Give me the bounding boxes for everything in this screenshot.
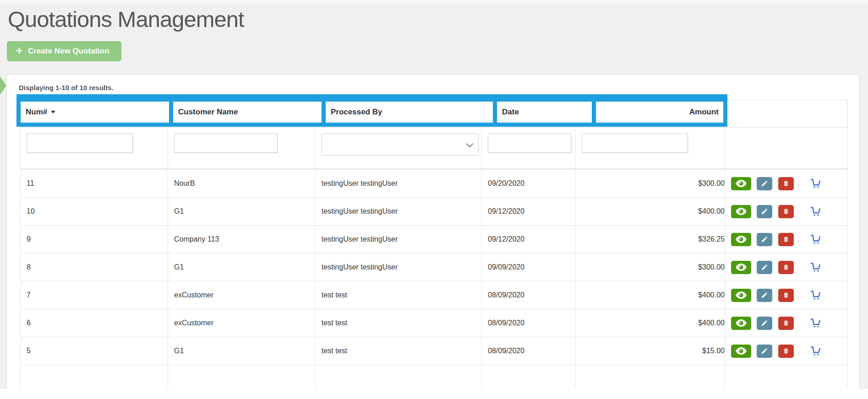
pencil-icon	[761, 347, 768, 355]
eye-icon	[736, 236, 747, 243]
empty-cell	[725, 365, 848, 392]
add-to-cart-button[interactable]	[809, 234, 821, 244]
eye-icon	[736, 208, 747, 215]
pencil-icon	[761, 291, 768, 299]
delete-button[interactable]	[778, 261, 794, 274]
add-to-cart-button[interactable]	[809, 178, 821, 189]
cell-processed-by: testingUser testingUser	[316, 198, 482, 226]
cell-actions	[725, 253, 848, 281]
cell-amount: $400.00	[576, 309, 725, 337]
header-highlight-band: Num# Customer Name Processed By Date Amo…	[16, 94, 727, 127]
add-to-cart-button[interactable]	[809, 318, 821, 328]
view-button[interactable]	[731, 177, 751, 190]
edit-button[interactable]	[757, 261, 772, 274]
pencil-icon	[761, 264, 768, 271]
filter-row	[21, 128, 848, 169]
edit-button[interactable]	[757, 205, 772, 218]
table-row: 10 G1 testingUser testingUser 09/12/2020…	[21, 198, 848, 226]
cart-icon	[809, 206, 821, 216]
cell-num: 9	[21, 226, 168, 253]
cell-actions	[725, 198, 848, 226]
column-header-processed-by[interactable]: Processed By	[326, 102, 493, 123]
quotations-management-screen: Quotations Management + Create New Quota…	[0, 0, 868, 399]
cell-processed-by: test test	[316, 281, 482, 309]
eye-icon	[736, 291, 747, 299]
view-button[interactable]	[731, 261, 751, 274]
view-button[interactable]	[731, 233, 751, 246]
create-new-quotation-button[interactable]: + Create New Quotation	[7, 41, 121, 61]
delete-button[interactable]	[778, 233, 794, 246]
column-header-customer-label: Customer Name	[178, 108, 238, 117]
add-to-cart-button[interactable]	[809, 290, 821, 300]
column-header-date-label: Date	[502, 108, 519, 117]
pencil-icon	[761, 236, 768, 243]
edit-button[interactable]	[757, 177, 772, 190]
table-row: 6 exCustomer test test 08/09/2020 $400.0…	[21, 309, 848, 337]
cell-amount: $400.00	[576, 198, 725, 226]
results-summary: Displaying 1-10 of 10 results.	[19, 84, 114, 92]
plus-icon: +	[16, 45, 22, 56]
trash-icon	[783, 291, 789, 299]
cell-date: 08/09/2020	[482, 337, 576, 365]
cell-processed-by: testingUser testingUser	[316, 169, 482, 198]
filter-processed-by-select[interactable]	[322, 134, 479, 156]
filter-date-input[interactable]	[488, 134, 571, 153]
cell-num: 7	[21, 281, 168, 309]
cell-date: 09/12/2020	[482, 198, 576, 226]
cell-num: 10	[21, 198, 168, 226]
filter-cell-processed-by	[316, 128, 482, 169]
column-header-num[interactable]: Num#	[21, 102, 169, 123]
cart-icon	[809, 318, 821, 328]
cell-customer-name: exCustomer	[168, 309, 316, 337]
filter-customer-name-input[interactable]	[174, 134, 278, 153]
empty-cell	[21, 365, 168, 392]
trash-icon	[783, 180, 789, 187]
add-to-cart-button[interactable]	[809, 346, 821, 356]
cell-customer-name: exCustomer	[168, 281, 316, 309]
cell-customer-name: NourB	[168, 169, 316, 198]
edit-button[interactable]	[757, 289, 772, 302]
sort-desc-icon	[51, 111, 55, 113]
cell-actions	[725, 281, 848, 309]
cell-date: 08/09/2020	[482, 281, 576, 309]
delete-button[interactable]	[778, 345, 794, 358]
filter-cell-actions	[725, 128, 848, 169]
delete-button[interactable]	[778, 289, 794, 302]
column-header-customer-name[interactable]: Customer Name	[173, 102, 322, 123]
eye-icon	[736, 264, 747, 271]
cell-amount: $300.00	[576, 169, 725, 198]
cell-processed-by: testingUser testingUser	[316, 226, 482, 253]
view-button[interactable]	[731, 317, 751, 330]
trash-icon	[783, 347, 789, 355]
eye-icon	[736, 180, 747, 187]
column-header-processed-label: Processed By	[331, 108, 382, 117]
column-header-amount[interactable]: Amount	[596, 102, 723, 123]
view-button[interactable]	[731, 289, 751, 302]
edit-button[interactable]	[757, 233, 772, 246]
filter-num-input[interactable]	[27, 134, 133, 153]
delete-button[interactable]	[778, 177, 794, 190]
delete-button[interactable]	[778, 205, 794, 218]
create-button-label: Create New Quotation	[28, 47, 109, 56]
cell-customer-name: G1	[168, 253, 316, 281]
eye-icon	[736, 319, 747, 327]
cell-amount: $15.00	[576, 337, 725, 365]
edit-button[interactable]	[757, 345, 772, 358]
view-button[interactable]	[731, 345, 751, 358]
edit-button[interactable]	[757, 317, 772, 330]
pencil-icon	[761, 180, 768, 187]
add-to-cart-button[interactable]	[809, 262, 821, 272]
cell-date: 08/09/2020	[482, 309, 576, 337]
delete-button[interactable]	[778, 317, 794, 330]
cell-processed-by: testingUser testingUser	[316, 253, 482, 281]
cell-num: 11	[21, 169, 168, 198]
cell-processed-by: test test	[316, 309, 482, 337]
trash-icon	[783, 236, 789, 243]
column-header-date[interactable]: Date	[497, 102, 592, 123]
cell-date: 09/20/2020	[482, 169, 576, 198]
add-to-cart-button[interactable]	[809, 206, 821, 216]
cart-icon	[809, 290, 821, 300]
filter-amount-input[interactable]	[582, 134, 688, 153]
view-button[interactable]	[731, 205, 751, 218]
table-row: 7 exCustomer test test 08/09/2020 $400.0…	[21, 281, 848, 309]
